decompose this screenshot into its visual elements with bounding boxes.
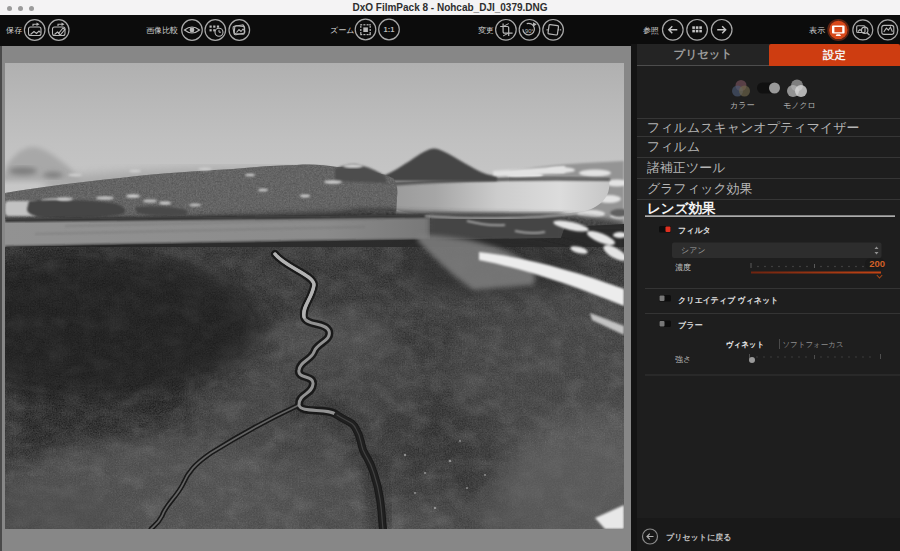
svg-text:90°: 90° [525, 28, 534, 34]
svg-text:プリセットに戻る: プリセットに戻る [666, 532, 731, 542]
svg-text:200: 200 [869, 258, 885, 269]
svg-text:1:1: 1:1 [384, 25, 395, 34]
svg-text:ソフトフォーカス: ソフトフォーカス [782, 340, 843, 349]
svg-text:シアン: シアン [681, 246, 706, 255]
svg-text:強さ: 強さ [675, 355, 691, 364]
svg-text:ブラー: ブラー [678, 321, 702, 330]
svg-text:ヴィネット: ヴィネット [726, 340, 764, 349]
svg-text:クリエイティブ ヴィネット: クリエイティブ ヴィネット [678, 296, 778, 305]
svg-text:フィルタ: フィルタ [678, 226, 711, 235]
svg-text:濃度: 濃度 [675, 263, 691, 272]
